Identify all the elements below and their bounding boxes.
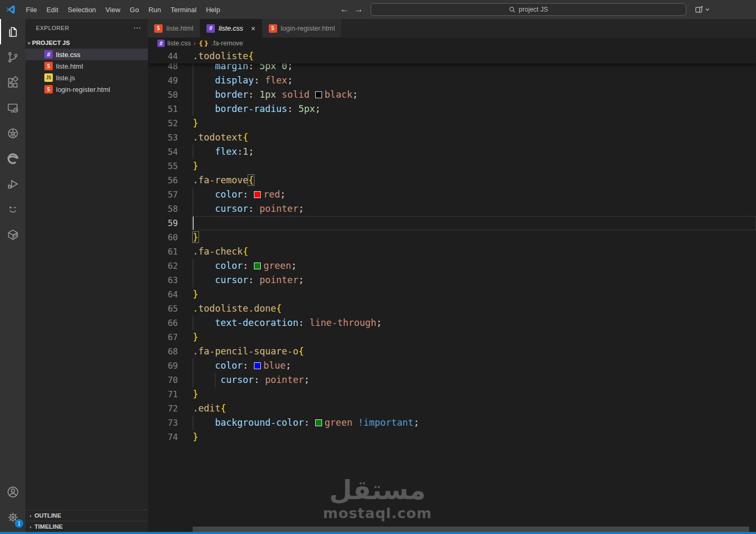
code-line-67[interactable]: 67} [148,330,756,344]
tab-liste.css[interactable]: #liste.css× [200,19,262,38]
menu-terminal[interactable]: Terminal [166,0,201,19]
line-number: 49 [148,73,193,88]
code-line-52[interactable]: 52} [148,116,756,130]
file-label: login-register.html [56,86,110,93]
code-token [276,89,282,100]
outline-label: OUTLINE [34,512,61,519]
tab-liste.html[interactable]: 5liste.html [148,19,200,38]
edge-tools-icon[interactable] [0,146,25,171]
code-line-59[interactable]: 59 [148,216,756,230]
code-line-49[interactable]: 49 display: flex; [148,73,756,88]
code-token: { [243,246,249,257]
code-line-54[interactable]: 54 flex:1; [148,145,756,159]
code-token: { [276,303,282,314]
close-icon[interactable]: × [251,24,256,33]
settings-gear-icon[interactable]: 1 [0,504,25,530]
menu-help[interactable]: Help [201,0,225,19]
code-token: { [248,51,254,61]
container-cube-icon[interactable] [0,222,25,247]
color-swatch[interactable] [254,191,261,198]
breadcrumb-symbol[interactable]: .fa-remove [212,40,243,47]
code-token [352,417,358,428]
file-item-liste.css[interactable]: #liste.css [25,49,148,60]
forward-arrow-icon[interactable]: → [354,4,363,15]
menu-file[interactable]: File [21,0,42,19]
explorer-icon[interactable] [0,19,25,44]
menu-selection[interactable]: Selection [63,0,100,19]
back-arrow-icon[interactable]: ← [340,4,349,15]
code-line-73[interactable]: 73 background-color: green !important; [148,416,756,430]
indent-guide [215,373,215,387]
line-content: } [193,230,756,245]
command-center-search[interactable]: project JS [371,3,686,16]
line-number: 74 [148,430,193,444]
code-line-69[interactable]: 69 color: blue; [148,359,756,373]
code-token: ; [248,146,254,157]
code-line-74[interactable]: 74} [148,430,756,444]
code-line-58[interactable]: 58 cursor: pointer; [148,202,756,216]
extensions-icon[interactable] [0,70,25,95]
color-swatch[interactable] [254,362,261,369]
code-line-51[interactable]: 51 border-radius: 5px; [148,102,756,116]
code-editor[interactable]: 44.todoliste{ 48 margin: 5px 0;49 displa… [148,49,756,534]
code-line-56[interactable]: 56.fa-remove{ [148,173,756,188]
customize-layout-button[interactable] [695,5,710,14]
horizontal-scrollbar[interactable] [193,527,749,532]
code-token: red [263,189,280,200]
code-line-72[interactable]: 72.edit{ [148,401,756,416]
menu-run[interactable]: Run [144,0,166,19]
code-line-53[interactable]: 53.todotext{ [148,130,756,145]
tab-label: login-register.html [281,24,335,32]
code-line-62[interactable]: 62 color: green; [148,259,756,273]
code-line-66[interactable]: 66 text-decoration: line-through; [148,316,756,330]
code-line-71[interactable]: 71} [148,387,756,401]
smiley-extension-icon[interactable] [0,196,25,222]
file-item-liste.js[interactable]: JSliste.js [25,72,148,83]
tab-label: liste.css [219,24,243,32]
code-token: : [243,360,254,371]
tab-login-register.html[interactable]: 5login-register.html [262,19,342,38]
more-actions-icon[interactable]: ⋯ [133,23,141,33]
code-token: ; [298,203,304,214]
sidebar-bottom-panels: › OUTLINE › TIMELINE [25,510,148,532]
code-token: !important [358,417,413,428]
code-token: .todoliste.done [193,303,276,314]
code-token: } [193,118,199,128]
code-lines: 48 margin: 5px 0;49 display: flex;50 bor… [148,49,756,444]
kubernetes-icon[interactable] [0,120,25,146]
file-item-liste.html[interactable]: 5liste.html [25,60,148,72]
code-line-44[interactable]: 44.todoliste{ [148,49,756,63]
code-line-55[interactable]: 55} [148,159,756,173]
account-icon[interactable] [0,479,25,504]
line-number: 51 [148,102,193,116]
project-root-folder[interactable]: ˅ PROJECT JS [25,37,148,49]
line-number: 70 [148,373,193,387]
code-token: { [298,346,304,357]
source-control-icon[interactable] [0,44,25,70]
file-item-login-register.html[interactable]: 5login-register.html [25,83,148,95]
breadcrumb-file[interactable]: liste.css [167,40,191,47]
code-line-57[interactable]: 57 color: red; [148,188,756,202]
line-content: .todoliste{ [193,49,756,63]
code-line-61[interactable]: 61.fa-check{ [148,245,756,259]
outline-panel[interactable]: › OUTLINE [25,510,148,521]
code-line-68[interactable]: 68.fa-pencil-square-o{ [148,344,756,359]
code-line-64[interactable]: 64} [148,287,756,302]
timeline-panel[interactable]: › TIMELINE [25,521,148,532]
color-swatch[interactable] [254,263,261,269]
menu-edit[interactable]: Edit [42,0,63,19]
run-debug-icon[interactable] [0,171,25,196]
code-line-50[interactable]: 50 border: 1px solid black; [148,88,756,102]
color-swatch[interactable] [315,91,322,98]
remote-explorer-icon[interactable] [0,95,25,120]
breadcrumb: # liste.css › ❴❵ .fa-remove [148,38,756,49]
code-line-60[interactable]: 60} [148,230,756,245]
code-line-65[interactable]: 65.todoliste.done{ [148,302,756,316]
sticky-scroll-line[interactable]: 44.todoliste{ [148,49,756,63]
menu-view[interactable]: View [101,0,125,19]
line-content: .fa-pencil-square-o{ [193,344,756,359]
menu-go[interactable]: Go [125,0,144,19]
code-line-63[interactable]: 63 cursor: pointer; [148,273,756,287]
color-swatch[interactable] [315,419,322,426]
code-line-70[interactable]: 70 cursor: pointer; [148,373,756,387]
